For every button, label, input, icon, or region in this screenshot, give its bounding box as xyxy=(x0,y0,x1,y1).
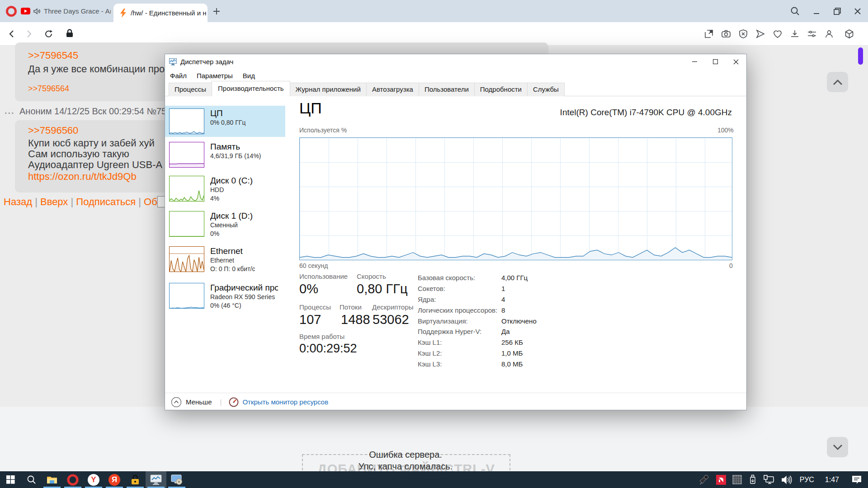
taskbar-opera-icon[interactable] xyxy=(62,471,83,488)
tray-grid-app-icon[interactable] xyxy=(729,471,745,488)
tm-title-bar[interactable]: Диспетчер задач xyxy=(165,54,746,69)
snapshot-camera-icon[interactable] xyxy=(719,27,733,41)
spec-value: Отключено xyxy=(501,317,537,325)
open-resource-monitor-link[interactable]: Открыть монитор ресурсов xyxy=(242,398,328,406)
browser-tab-bar: Three Days Grace - Ан /hw/ - Единственны… xyxy=(0,0,868,22)
minimize-window-icon[interactable] xyxy=(809,4,824,19)
taskbar-search-icon[interactable] xyxy=(21,471,42,488)
taskbar-yandex-icon[interactable]: Я xyxy=(104,471,125,488)
tm-close-icon[interactable] xyxy=(726,55,746,69)
post-text-line: Сам использую такую xyxy=(28,148,129,160)
new-tab-button[interactable] xyxy=(211,5,222,17)
tab-app-history[interactable]: Журнал приложений xyxy=(290,83,367,96)
handles-label: Дескрипторы xyxy=(372,303,414,311)
quote-link[interactable]: >>7596545 xyxy=(28,50,78,61)
close-window-icon[interactable] xyxy=(850,4,865,19)
taskbar-padlock-app-icon[interactable] xyxy=(125,471,146,488)
resource-monitor-gauge-icon xyxy=(229,397,239,407)
downloads-icon[interactable] xyxy=(788,27,802,41)
threads-label: Потоки xyxy=(340,303,362,311)
quote-link[interactable]: >>7596560 xyxy=(28,125,78,136)
tray-clock[interactable]: 1:47 xyxy=(819,471,845,488)
scroll-to-bottom-button[interactable] xyxy=(827,437,848,457)
reload-icon[interactable] xyxy=(42,27,56,41)
tray-language-indicator[interactable]: РУС xyxy=(795,471,819,488)
sidebar-item-memory[interactable]: Память 4,6/31,9 ГБ (14%) xyxy=(165,139,285,170)
menu-file[interactable]: Файл xyxy=(165,72,192,80)
tab-audio-speaker-icon[interactable] xyxy=(33,8,41,14)
nav-subscribe-link[interactable]: Подписаться xyxy=(76,196,136,207)
start-button[interactable] xyxy=(0,471,21,488)
profile-icon[interactable] xyxy=(822,27,836,41)
spec-row: Поддержка Hyper-V:Да xyxy=(418,326,608,337)
taskbar-yandex-browser-icon[interactable]: Y xyxy=(83,471,104,488)
sidebar-item-sub: 4% xyxy=(210,194,253,203)
sidebar-item-gpu[interactable]: Графический про Radeon RX 590 Series 0% … xyxy=(165,280,285,313)
restore-window-icon[interactable] xyxy=(830,4,844,19)
taskbar-task-manager-icon[interactable] xyxy=(146,471,166,488)
ethernet-mini-chart xyxy=(169,246,204,272)
chart-ylabel: Используется % xyxy=(299,127,347,134)
tray-amd-radeon-icon[interactable] xyxy=(713,471,729,488)
tm-maximize-icon[interactable] xyxy=(705,55,726,69)
spec-label: Кэш L2: xyxy=(418,349,501,357)
tray-speaker-app-icon[interactable] xyxy=(696,471,713,488)
nav-back-link[interactable]: Назад xyxy=(4,196,32,207)
collapse-circle-chevron-icon[interactable] xyxy=(171,397,182,408)
adblock-shield-icon[interactable] xyxy=(736,27,750,41)
speed-label: Скорость xyxy=(357,272,386,280)
less-details-button[interactable]: Меньше xyxy=(186,398,212,406)
sidebar-item-sub: HDD xyxy=(210,186,253,194)
menu-options[interactable]: Параметры xyxy=(192,72,238,80)
tab-startup[interactable]: Автозагрузка xyxy=(366,83,419,96)
spec-label: Кэш L1: xyxy=(418,338,501,346)
post-options-dots[interactable]: ... xyxy=(5,106,15,116)
spec-label: Ядра: xyxy=(418,296,501,303)
menu-view[interactable]: Вид xyxy=(238,72,260,80)
tab-details[interactable]: Подробности xyxy=(474,83,528,96)
site-security-lock-icon[interactable] xyxy=(63,27,76,40)
search-icon[interactable] xyxy=(788,4,802,19)
browser-tab-2ch[interactable]: /hw/ - Единственный и н xyxy=(113,4,208,22)
pin-panel-icon[interactable] xyxy=(702,27,716,41)
back-icon[interactable] xyxy=(5,27,19,41)
taskbar-device-manager-icon[interactable] xyxy=(166,471,187,488)
task-manager-app-icon xyxy=(169,58,177,66)
reply-link[interactable]: >>7596564 xyxy=(28,84,69,94)
external-link[interactable]: https://ozon.ru/t/tkJd9Qb xyxy=(28,171,137,183)
scroll-to-top-button[interactable] xyxy=(827,72,848,92)
taskbar-file-explorer-icon[interactable] xyxy=(42,471,62,488)
chart-xmax-label: 0 xyxy=(729,262,733,269)
sidebar-item-cpu[interactable]: ЦП 0% 0,80 ГГц xyxy=(165,106,285,137)
tab-processes[interactable]: Процессы xyxy=(169,83,212,96)
tm-perf-sidebar: ЦП 0% 0,80 ГГц Память 4,6/31,9 ГБ (14%) … xyxy=(165,106,285,313)
sidebar-item-disk1[interactable]: Диск 1 (D:) Сменный 0% xyxy=(165,208,285,241)
forward-icon[interactable] xyxy=(22,27,36,41)
error-line: Упс, капча сломалась. xyxy=(292,460,519,472)
tab-title: /hw/ - Единственный и н xyxy=(131,9,207,17)
sidebar-item-title: Память xyxy=(210,142,261,152)
cpu-device-name: Intel(R) Core(TM) i7-4790K CPU @ 4.00GHz xyxy=(560,108,732,117)
bookmark-heart-icon[interactable] xyxy=(770,27,785,41)
easy-setup-sliders-icon[interactable] xyxy=(805,27,819,41)
tab-performance[interactable]: Производительность xyxy=(212,81,290,96)
tray-usb-icon[interactable] xyxy=(745,471,760,488)
my-flow-send-icon[interactable] xyxy=(753,27,768,41)
browser-tab-youtube[interactable]: Three Days Grace - Ан xyxy=(18,0,111,22)
nav-up-link[interactable]: Вверх xyxy=(40,196,68,207)
action-center-icon[interactable] xyxy=(845,471,868,488)
sidebar-item-title: Графический про xyxy=(210,283,278,293)
tray-network-icon[interactable] xyxy=(760,471,778,488)
sidebar-item-sub: О: 0 П: 0 кбит/с xyxy=(210,265,255,273)
opera-logo-icon[interactable] xyxy=(6,6,17,19)
tm-minimize-icon[interactable] xyxy=(684,55,705,69)
spec-value: Да xyxy=(501,328,510,335)
sidebar-item-ethernet[interactable]: Ethernet Ethernet О: 0 П: 0 кбит/с xyxy=(165,244,285,276)
tab-users[interactable]: Пользователи xyxy=(419,83,475,96)
extension-cube-icon[interactable] xyxy=(842,27,856,41)
spec-value: 8,0 МБ xyxy=(501,360,523,368)
tab-services[interactable]: Службы xyxy=(527,83,565,96)
sidebar-item-disk0[interactable]: Диск 0 (C:) HDD 4% xyxy=(165,173,285,206)
tm-footer: Меньше | Открыть монитор ресурсов xyxy=(165,393,746,411)
tray-volume-icon[interactable] xyxy=(778,471,795,488)
